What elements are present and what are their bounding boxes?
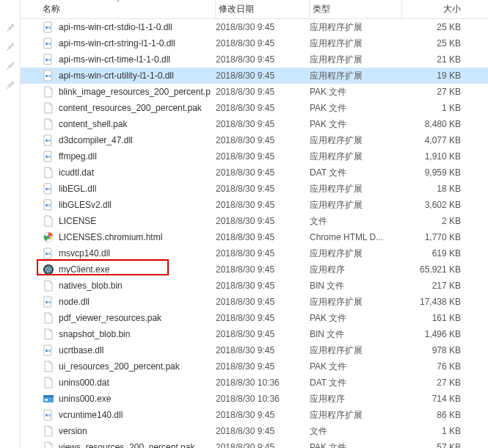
svg-rect-10 (45, 75, 48, 77)
column-header-name[interactable]: 名称 ˄ (21, 0, 216, 18)
file-row[interactable]: api-ms-win-crt-stdio-l1-1-0.dll2018/8/30… (21, 19, 488, 35)
file-row[interactable]: LICENSE2018/8/30 9:45文件2 KB (21, 213, 488, 229)
file-date: 2018/8/30 9:45 (216, 345, 310, 355)
file-size: 57 KB (402, 442, 468, 448)
file-name: snapshot_blob.bin (59, 329, 130, 339)
file-row[interactable]: content_resources_200_percent.pak2018/8/… (21, 100, 488, 116)
file-row[interactable]: version2018/8/30 9:45文件1 KB (21, 423, 488, 439)
file-name: blink_image_resources_200_percent.p (59, 87, 211, 97)
file-type: Chrome HTML D... (310, 232, 402, 242)
file-date: 2018/8/30 10:36 (216, 377, 310, 388)
file-row[interactable]: ucrtbase.dll2018/8/30 9:45应用程序扩展978 KB (21, 342, 488, 358)
file-row[interactable]: libGLESv2.dll2018/8/30 9:45应用程序扩展3,602 K… (21, 197, 488, 213)
dll-icon (43, 70, 54, 82)
file-type: PAK 文件 (310, 312, 402, 325)
file-row[interactable]: vcruntime140.dll2018/8/30 9:45应用程序扩展86 K… (21, 407, 488, 423)
file-row[interactable]: unins000.dat2018/8/30 10:36DAT 文件27 KB (21, 375, 488, 391)
file-row[interactable]: LICENSES.chromium.html2018/8/30 9:45Chro… (21, 229, 488, 245)
column-header-date[interactable]: 修改日期 (216, 0, 310, 18)
file-date: 2018/8/30 9:45 (216, 248, 310, 259)
file-type: 应用程序扩展 (310, 199, 402, 212)
svg-rect-8 (48, 59, 51, 61)
file-row[interactable]: api-ms-win-crt-string-l1-1-0.dll2018/8/3… (21, 35, 488, 51)
quick-access-pin-strip (0, 0, 21, 448)
file-type: 应用程序扩展 (310, 37, 402, 50)
file-size: 619 KB (402, 248, 468, 259)
file-size: 4,077 KB (402, 135, 468, 145)
dll-icon (43, 344, 54, 356)
file-type: 应用程序 (310, 393, 402, 405)
file-row[interactable]: libEGL.dll2018/8/30 9:45应用程序扩展18 KB (21, 181, 488, 197)
file-row[interactable]: blink_image_resources_200_percent.p2018/… (21, 84, 488, 100)
file-icon (43, 328, 54, 340)
file-name: libEGL.dll (59, 184, 96, 194)
file-type: DAT 文件 (310, 377, 402, 389)
dll-icon (43, 409, 54, 421)
file-size: 1,770 KB (402, 232, 468, 242)
svg-rect-2 (48, 26, 51, 29)
file-date: 2018/8/30 9:45 (216, 184, 310, 194)
file-row[interactable]: api-ms-win-crt-utility-l1-1-0.dll2018/8/… (21, 68, 488, 84)
file-name: ucrtbase.dll (59, 345, 103, 355)
file-size: 25 KB (402, 38, 468, 48)
svg-rect-22 (45, 204, 48, 206)
file-icon (43, 86, 54, 98)
file-name: api-ms-win-crt-utility-l1-1-0.dll (59, 71, 174, 81)
file-type: PAK 文件 (310, 118, 402, 131)
file-date: 2018/8/30 9:45 (216, 38, 310, 48)
file-date: 2018/8/30 9:45 (216, 281, 310, 291)
svg-point-30 (48, 269, 49, 270)
file-row[interactable]: ffmpeg.dll2018/8/30 9:45应用程序扩展1,910 KB (21, 148, 488, 165)
file-row[interactable]: natives_blob.bin2018/8/30 9:45BIN 文件217 … (21, 278, 488, 294)
column-header-type[interactable]: 类型 (310, 0, 402, 18)
file-size: 1,910 KB (402, 151, 468, 162)
file-date: 2018/8/30 9:45 (216, 151, 310, 162)
file-row[interactable]: ui_resources_200_percent.pak2018/8/30 9:… (21, 358, 488, 375)
file-size: 76 KB (402, 361, 468, 372)
file-row[interactable]: snapshot_blob.bin2018/8/30 9:45BIN 文件1,4… (21, 326, 488, 342)
file-row[interactable]: api-ms-win-crt-time-l1-1-0.dll2018/8/30 … (21, 51, 488, 68)
file-icon (43, 280, 54, 292)
svg-rect-4 (45, 43, 48, 45)
dll-icon (43, 54, 54, 65)
pin-icon (5, 41, 15, 51)
svg-rect-13 (45, 140, 48, 142)
file-name: ui_resources_200_percent.pak (59, 361, 180, 372)
file-size: 217 KB (402, 281, 468, 291)
file-date: 2018/8/30 9:45 (216, 167, 310, 178)
file-row[interactable]: icudtl.dat2018/8/30 9:45DAT 文件9,959 KB (21, 165, 488, 181)
file-size: 27 KB (402, 87, 468, 97)
file-row[interactable]: myClient.exe2018/8/30 9:45应用程序65,921 KB (21, 261, 488, 278)
dll-icon (43, 248, 54, 259)
file-name: myClient.exe (59, 264, 109, 275)
dll-icon (43, 21, 54, 33)
chrome-icon (43, 231, 54, 243)
file-date: 2018/8/30 9:45 (216, 103, 310, 113)
dll-icon (43, 296, 54, 308)
file-row[interactable]: msvcp140.dll2018/8/30 9:45应用程序扩展619 KB (21, 245, 488, 261)
file-icon (43, 118, 54, 130)
svg-rect-11 (48, 75, 51, 77)
svg-rect-5 (48, 43, 51, 45)
file-date: 2018/8/30 9:45 (216, 264, 310, 275)
file-row[interactable]: content_shell.pak2018/8/30 9:45PAK 文件8,4… (21, 116, 488, 132)
file-row[interactable]: unins000.exe2018/8/30 10:36应用程序714 KB (21, 391, 488, 407)
file-name: ffmpeg.dll (59, 151, 97, 162)
svg-rect-27 (45, 253, 48, 255)
svg-rect-35 (45, 301, 48, 303)
file-name: LICENSES.chromium.html (59, 232, 162, 242)
file-row[interactable]: views_resources_200_percent.pak2018/8/30… (21, 439, 488, 448)
file-type: 应用程序扩展 (310, 151, 402, 163)
column-header-size[interactable]: 大小 (402, 0, 468, 18)
file-row[interactable]: pdf_viewer_resources.pak2018/8/30 9:45PA… (21, 310, 488, 326)
file-name: unins000.exe (59, 394, 111, 404)
file-size: 714 KB (402, 394, 468, 404)
svg-rect-23 (48, 204, 51, 206)
file-row[interactable]: node.dll2018/8/30 9:45应用程序扩展17,438 KB (21, 294, 488, 310)
file-type: BIN 文件 (310, 280, 402, 292)
file-type: 应用程序扩展 (310, 248, 402, 260)
file-icon (43, 441, 54, 448)
file-list[interactable]: api-ms-win-crt-stdio-l1-1-0.dll2018/8/30… (21, 19, 488, 448)
file-row[interactable]: d3dcompiler_47.dll2018/8/30 9:45应用程序扩展4,… (21, 132, 488, 148)
dll-icon (43, 134, 54, 146)
